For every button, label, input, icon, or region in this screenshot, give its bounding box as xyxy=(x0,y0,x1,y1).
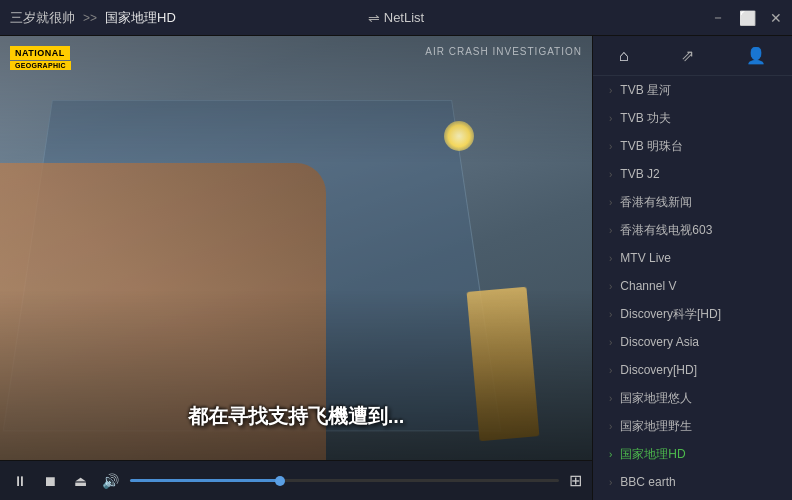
home-icon-button[interactable]: ⌂ xyxy=(609,42,639,70)
channel-label: 香港有线新闻 xyxy=(620,194,692,211)
panel-icons: ⌂ ⇗ 👤 xyxy=(593,36,792,76)
channel-arrow-icon: › xyxy=(609,477,612,488)
video-area: NATIONAL GEOGRAPHIC AIR CRASH INVESTIGAT… xyxy=(0,36,592,500)
channel-arrow-icon: › xyxy=(609,281,612,292)
netlist-icon: ⇌ xyxy=(368,10,380,26)
channel-item[interactable]: ›Discovery[HD] xyxy=(593,356,792,384)
channel-arrow-icon: › xyxy=(609,197,612,208)
channel-label: 国家地理悠人 xyxy=(620,390,692,407)
channel-item[interactable]: ›TVB 功夫 xyxy=(593,104,792,132)
channel-item[interactable]: ›国家地理HD xyxy=(593,440,792,468)
channel-label: 国家地理野生 xyxy=(620,418,692,435)
video-frame: NATIONAL GEOGRAPHIC AIR CRASH INVESTIGAT… xyxy=(0,36,592,460)
ng-logo-line2: GEOGRAPHIC xyxy=(10,61,71,70)
titlebar-left: 三岁就很帅 >> 国家地理HD xyxy=(10,9,267,27)
titlebar-center: ⇌ NetList xyxy=(267,10,524,26)
channel-item[interactable]: ›国家地理悠人 xyxy=(593,384,792,412)
channel-item[interactable]: ›MTV Live xyxy=(593,244,792,272)
video-content[interactable]: NATIONAL GEOGRAPHIC AIR CRASH INVESTIGAT… xyxy=(0,36,592,460)
channel-arrow-icon: › xyxy=(609,309,612,320)
minimize-button[interactable]: － xyxy=(711,9,725,27)
channel-list: ›TVB 星河›TVB 功夫›TVB 明珠台›TVB J2›香港有线新闻›香港有… xyxy=(593,76,792,500)
channel-arrow-icon: › xyxy=(609,85,612,96)
channel-arrow-icon: › xyxy=(609,141,612,152)
channel-label: TVB 星河 xyxy=(620,82,671,99)
channel-item[interactable]: ›Discovery Asia xyxy=(593,328,792,356)
channel-item[interactable]: ›动物星球[HD] xyxy=(593,496,792,500)
app-name: 三岁就很帅 xyxy=(10,9,75,27)
stop-button[interactable]: ⏹ xyxy=(40,473,60,489)
channel-item[interactable]: ›BBC earth xyxy=(593,468,792,496)
share-icon-button[interactable]: ⇗ xyxy=(671,41,704,70)
channel-label: BBC earth xyxy=(620,475,675,489)
titlebar-right: － ⬜ ✕ xyxy=(525,9,782,27)
channel-label: TVB 功夫 xyxy=(620,110,671,127)
ng-logo: NATIONAL GEOGRAPHIC xyxy=(10,46,71,70)
channel-arrow-icon: › xyxy=(609,169,612,180)
channel-label: TVB 明珠台 xyxy=(620,138,683,155)
channel-label: 国家地理HD xyxy=(620,446,685,463)
restore-button[interactable]: ⬜ xyxy=(739,10,756,26)
channel-arrow-icon: › xyxy=(609,113,612,124)
channel-arrow-icon: › xyxy=(609,365,612,376)
video-subtitle: 都在寻找支持飞機遭到... xyxy=(188,403,405,430)
video-overlay xyxy=(0,36,592,460)
channel-arrow-icon: › xyxy=(609,225,612,236)
current-channel-title: 国家地理HD xyxy=(105,9,176,27)
video-watermark: AIR CRASH INVESTIGATION xyxy=(425,46,582,57)
channel-label: Discovery[HD] xyxy=(620,363,697,377)
play-pause-button[interactable]: ⏸ xyxy=(10,473,30,489)
eject-button[interactable]: ⏏ xyxy=(70,473,90,489)
channel-label: Discovery科学[HD] xyxy=(620,306,721,323)
channel-item[interactable]: ›国家地理野生 xyxy=(593,412,792,440)
netlist-label: NetList xyxy=(384,10,424,25)
main-content: NATIONAL GEOGRAPHIC AIR CRASH INVESTIGAT… xyxy=(0,36,792,500)
ng-logo-line1: NATIONAL xyxy=(10,46,70,60)
close-button[interactable]: ✕ xyxy=(770,10,782,26)
grid-button[interactable]: ⊞ xyxy=(569,471,582,490)
channel-item[interactable]: ›Discovery科学[HD] xyxy=(593,300,792,328)
channel-label: 香港有线电视603 xyxy=(620,222,712,239)
progress-fill xyxy=(130,479,280,482)
nav-arrow: >> xyxy=(83,11,97,25)
channel-label: Channel V xyxy=(620,279,676,293)
channel-item[interactable]: ›香港有线电视603 xyxy=(593,216,792,244)
channel-label: MTV Live xyxy=(620,251,671,265)
channel-arrow-icon: › xyxy=(609,253,612,264)
progress-bar[interactable] xyxy=(130,479,559,482)
channel-item[interactable]: ›TVB 明珠台 xyxy=(593,132,792,160)
titlebar: 三岁就很帅 >> 国家地理HD ⇌ NetList － ⬜ ✕ xyxy=(0,0,792,36)
controls-bar: ⏸ ⏹ ⏏ 🔊 ⊞ xyxy=(0,460,592,500)
right-panel: ⌂ ⇗ 👤 ›TVB 星河›TVB 功夫›TVB 明珠台›TVB J2›香港有线… xyxy=(592,36,792,500)
channel-label: Discovery Asia xyxy=(620,335,699,349)
channel-item[interactable]: ›TVB 星河 xyxy=(593,76,792,104)
channel-arrow-icon: › xyxy=(609,337,612,348)
user-icon-button[interactable]: 👤 xyxy=(736,41,776,70)
channel-arrow-icon: › xyxy=(609,421,612,432)
channel-arrow-icon: › xyxy=(609,393,612,404)
progress-thumb xyxy=(275,476,285,486)
channel-item[interactable]: ›Channel V xyxy=(593,272,792,300)
channel-item[interactable]: ›TVB J2 xyxy=(593,160,792,188)
channel-label: TVB J2 xyxy=(620,167,659,181)
volume-button[interactable]: 🔊 xyxy=(100,473,120,489)
channel-item[interactable]: ›香港有线新闻 xyxy=(593,188,792,216)
channel-arrow-icon: › xyxy=(609,449,612,460)
